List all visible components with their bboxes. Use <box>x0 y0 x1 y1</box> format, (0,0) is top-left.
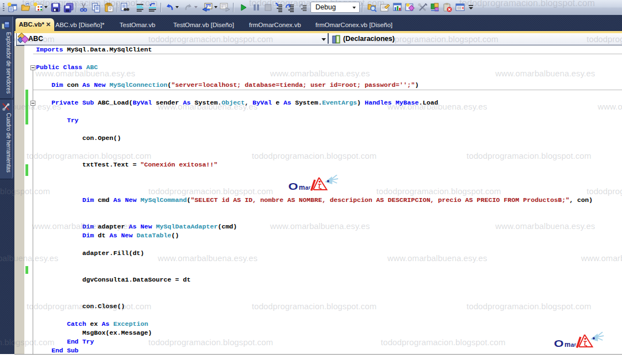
svg-text:m: m <box>299 184 305 191</box>
svg-text:m: m <box>564 341 571 349</box>
svg-text:O: O <box>554 339 564 349</box>
svg-text:r: r <box>309 185 311 190</box>
svg-text:r: r <box>574 342 577 347</box>
svg-text:O: O <box>288 181 298 191</box>
